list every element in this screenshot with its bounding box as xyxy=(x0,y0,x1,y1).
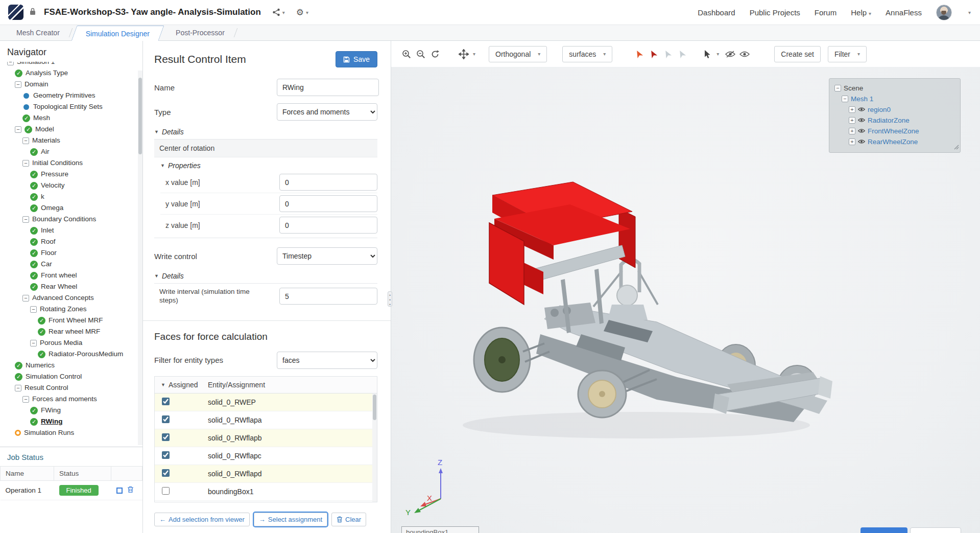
stop-job-button[interactable] xyxy=(116,488,123,494)
tree-item-mesh[interactable]: ✓Mesh xyxy=(0,112,142,124)
assignment-row-solid-0-rwflapd[interactable]: solid_0_RWflapd xyxy=(155,465,377,483)
nav-link-forum[interactable]: Forum xyxy=(815,8,836,17)
properties-section-header[interactable]: ▼ Properties xyxy=(160,161,377,170)
scene-item-scene[interactable]: − Scene xyxy=(834,83,955,94)
tree-item-fwing[interactable]: ✓FWing xyxy=(0,405,142,416)
entity-filter-select[interactable]: faces xyxy=(277,352,377,369)
assignment-checkbox[interactable] xyxy=(162,415,170,423)
create-set-button[interactable]: Create set xyxy=(774,46,821,62)
collapse-icon[interactable]: − xyxy=(22,295,29,302)
zoom-out-button[interactable] xyxy=(414,47,428,62)
share-button[interactable]: ▾ xyxy=(272,8,285,16)
collapse-icon[interactable]: − xyxy=(15,385,21,391)
visibility-eye-icon[interactable] xyxy=(858,138,865,146)
tree-item-simulation-runs[interactable]: Simulation Runs xyxy=(0,427,142,438)
collapse-icon[interactable]: − xyxy=(30,306,37,313)
tree-item-forces-and-moments[interactable]: −Forces and moments xyxy=(0,393,142,405)
tab-post-processor[interactable]: Post-Processor xyxy=(164,25,236,40)
assignment-checkbox[interactable] xyxy=(162,487,170,495)
scene-item-rearwheelzone[interactable]: +RearWheelZone xyxy=(834,136,955,147)
expand-icon[interactable]: + xyxy=(849,138,855,145)
collapse-icon[interactable]: − xyxy=(30,340,37,346)
name-input[interactable] xyxy=(277,79,379,96)
tree-item-k[interactable]: ✓k xyxy=(0,191,142,202)
panel-resize-handle[interactable]: ••• xyxy=(388,291,392,307)
scene-item-mesh-1[interactable]: − Mesh 1 xyxy=(834,94,955,104)
tree-item-rear-wheel[interactable]: ✓Rear Wheel xyxy=(0,281,142,292)
filter-dropdown[interactable]: Filter ▾ xyxy=(828,46,867,62)
jet-view-button-4[interactable] xyxy=(675,47,689,62)
write-interval-input[interactable] xyxy=(279,288,377,305)
save-button[interactable]: Save xyxy=(336,51,377,67)
x-value-input[interactable] xyxy=(279,174,377,191)
scene-item-radiatorzone[interactable]: +RadiatorZone xyxy=(834,115,955,126)
visibility-eye-icon[interactable] xyxy=(858,117,865,124)
delete-job-button[interactable] xyxy=(127,486,134,495)
assignment-checkbox[interactable] xyxy=(162,469,170,477)
assignment-checkbox[interactable] xyxy=(162,451,170,459)
tree-item-boundary-conditions[interactable]: −Boundary Conditions xyxy=(0,214,142,225)
clear-button[interactable]: Clear xyxy=(331,513,366,526)
tab-simulation-designer[interactable]: Simulation Designer xyxy=(71,26,164,41)
nav-link-public-projects[interactable]: Public Projects xyxy=(750,8,800,17)
tree-item-inlet[interactable]: ✓Inlet xyxy=(0,225,142,236)
assignment-row-boundingbox1[interactable]: boundingBox1 xyxy=(155,483,377,501)
visibility-eye-icon[interactable] xyxy=(858,127,865,135)
tree-item-pressure[interactable]: ✓Pressure xyxy=(0,169,142,180)
nav-link-annafless[interactable]: AnnaFless xyxy=(886,8,922,17)
tree-item-car[interactable]: ✓Car xyxy=(0,259,142,270)
collapse-icon[interactable]: − xyxy=(7,62,14,65)
cut-secondary-button[interactable] xyxy=(910,527,961,533)
entity-column-header[interactable]: Entity/Assignment xyxy=(208,377,265,393)
collapse-icon[interactable]: − xyxy=(834,85,841,91)
tree-item-simulation-control[interactable]: ✓Simulation Control xyxy=(0,371,142,382)
expand-icon[interactable]: + xyxy=(849,128,855,134)
tree-item-omega[interactable]: ✓Omega xyxy=(0,202,142,214)
tree-item-front-wheel-mrf[interactable]: ✓Front Wheel MRF xyxy=(0,315,142,326)
tree-item-analysis-type[interactable]: ✓Analysis Type xyxy=(0,67,142,79)
tree-item-model[interactable]: −✓Model xyxy=(0,124,142,135)
write-control-select[interactable]: Timestep xyxy=(277,247,377,265)
assignment-checkbox[interactable] xyxy=(162,398,170,405)
scene-item-region0[interactable]: +region0 xyxy=(834,104,955,115)
collapse-icon[interactable]: − xyxy=(22,137,29,144)
collapse-icon[interactable]: − xyxy=(22,396,29,403)
collapse-icon[interactable]: − xyxy=(842,96,848,102)
tree-item-geometry-primitives[interactable]: Geometry Primitives xyxy=(0,90,142,101)
projection-dropdown[interactable]: Orthogonal ▾ xyxy=(489,46,547,62)
show-selection-button[interactable] xyxy=(737,47,752,62)
collapse-icon[interactable]: − xyxy=(15,81,21,88)
navigator-scrollbar[interactable] xyxy=(138,71,142,445)
tree-item-velocity[interactable]: ✓Velocity xyxy=(0,180,142,191)
viewer-3d-canvas[interactable]: − Scene − Mesh 1 +region0+RadiatorZone+F… xyxy=(391,67,980,533)
nav-link-help[interactable]: Help▾ xyxy=(851,8,871,17)
tree-item-rotating-zones[interactable]: −Rotating Zones xyxy=(0,304,142,315)
jet-view-button-1[interactable] xyxy=(632,47,646,62)
settings-button[interactable]: ⚙ ▾ xyxy=(296,7,308,18)
details2-section-header[interactable]: ▼ Details xyxy=(154,272,377,280)
collapse-icon[interactable]: − xyxy=(22,160,29,167)
table-scrollbar[interactable] xyxy=(372,393,377,502)
tab-mesh-creator[interactable]: Mesh Creator xyxy=(5,25,71,40)
assignment-row-solid-0-rwep[interactable]: solid_0_RWEP xyxy=(155,393,377,411)
tree-item-advanced-concepts[interactable]: −Advanced Concepts xyxy=(0,292,142,304)
tree-item-porous-media[interactable]: −Porous Media xyxy=(0,337,142,349)
assignment-row-solid-0-rwflapc[interactable]: solid_0_RWflapc xyxy=(155,447,377,465)
resize-corner-icon[interactable] xyxy=(954,144,959,151)
scrollbar-thumb[interactable] xyxy=(373,395,376,420)
tree-item-initial-conditions[interactable]: −Initial Conditions xyxy=(0,157,142,169)
jet-view-button-2[interactable] xyxy=(646,47,660,62)
tree-item-front-wheel[interactable]: ✓Front wheel xyxy=(0,270,142,281)
expand-icon[interactable]: + xyxy=(849,106,855,113)
cut-primary-button[interactable] xyxy=(861,527,907,533)
tree-item-topological-entity-sets[interactable]: Topological Entity Sets xyxy=(0,101,142,112)
z-value-input[interactable] xyxy=(279,217,377,234)
tree-item-rwing[interactable]: ✓RWing xyxy=(0,416,142,427)
tree-item-roof[interactable]: ✓Roof xyxy=(0,236,142,247)
chevron-down-icon[interactable]: ▾ xyxy=(968,10,971,15)
add-selection-button[interactable]: ← Add selection from viewer xyxy=(154,513,250,526)
assignment-row-solid-0-rwflapb[interactable]: solid_0_RWflapb xyxy=(155,429,377,447)
reset-view-button[interactable] xyxy=(428,47,442,62)
tree-item-air[interactable]: ✓Air xyxy=(0,146,142,157)
type-select[interactable]: Forces and moments xyxy=(277,103,377,121)
